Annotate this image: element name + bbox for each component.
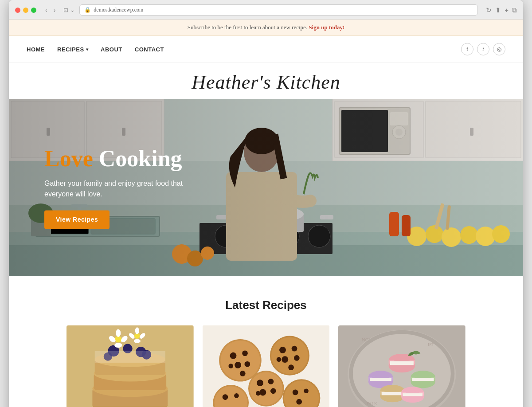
recipe-card-pancakes[interactable] xyxy=(66,325,194,407)
svg-point-72 xyxy=(116,329,121,337)
svg-point-90 xyxy=(242,350,248,356)
svg-point-102 xyxy=(288,364,294,370)
svg-point-67 xyxy=(115,336,121,343)
url-text: demos.kadencewp.com xyxy=(94,7,143,13)
svg-point-110 xyxy=(304,388,309,393)
browser-tab-controls: ⊡ ⌄ xyxy=(63,7,75,13)
browser-traffic-lights xyxy=(15,8,36,13)
svg-point-81 xyxy=(135,327,139,334)
tab-chevron[interactable]: ⌄ xyxy=(70,7,75,13)
hero-title: Love Cooking xyxy=(44,146,186,171)
hero-subtitle: Gather your family and enjoy great food … xyxy=(44,179,186,200)
site-logo: Heather's Kitchen xyxy=(9,63,523,99)
lock-icon: 🔒 xyxy=(84,7,91,13)
address-bar[interactable]: 🔒 demos.kadencewp.com xyxy=(79,4,478,16)
svg-point-100 xyxy=(294,355,300,361)
hero-content: Love Cooking Gather your family and enjo… xyxy=(44,146,186,229)
svg-text:FALK: FALK xyxy=(367,401,377,406)
svg-point-83 xyxy=(134,339,141,343)
navigation: HOME RECIPES ▾ ABOUT CONTACT f t ◎ xyxy=(9,36,523,63)
svg-point-74 xyxy=(114,343,122,348)
recipe-macarons-image: NCL IST FALK xyxy=(338,325,466,407)
svg-point-97 xyxy=(279,347,286,353)
maximize-dot[interactable] xyxy=(31,8,36,13)
svg-rect-137 xyxy=(412,378,434,381)
hero-section: Love Cooking Gather your family and enjo… xyxy=(9,99,523,276)
svg-point-91 xyxy=(235,362,241,368)
svg-point-93 xyxy=(228,364,233,368)
recipes-dropdown-icon: ▾ xyxy=(86,47,89,52)
banner-link[interactable]: Sign up today! xyxy=(309,24,344,31)
nav-links: HOME RECIPES ▾ ABOUT CONTACT xyxy=(27,46,164,53)
svg-point-94 xyxy=(240,371,246,376)
svg-point-136 xyxy=(411,376,435,388)
banner-text: Subscribe to be the first to learn about… xyxy=(188,24,307,31)
facebook-icon[interactable]: f xyxy=(461,43,473,55)
copy-button[interactable]: ⧉ xyxy=(512,6,517,14)
nav-about[interactable]: ABOUT xyxy=(101,46,122,53)
site-title: Heather's Kitchen xyxy=(192,71,340,93)
svg-rect-141 xyxy=(382,392,403,395)
svg-point-109 xyxy=(292,390,298,395)
share-button[interactable]: ⬆ xyxy=(495,6,501,14)
browser-window: ‹ › ⊡ ⌄ 🔒 demos.kadencewp.com ↻ ⬆ + ⧉ Su… xyxy=(9,0,523,407)
forward-button[interactable]: › xyxy=(52,6,58,15)
svg-point-92 xyxy=(244,361,250,367)
nav-social-icons: f t ◎ xyxy=(461,43,505,55)
new-tab-button[interactable]: + xyxy=(505,6,509,14)
minimize-dot[interactable] xyxy=(23,8,28,13)
svg-point-117 xyxy=(270,388,276,394)
twitter-icon[interactable]: t xyxy=(477,43,489,55)
nav-contact[interactable]: CONTACT xyxy=(135,46,164,53)
reload-button[interactable]: ↻ xyxy=(486,6,492,14)
svg-point-140 xyxy=(380,390,405,403)
browser-action-buttons: ↻ ⬆ + ⧉ xyxy=(486,6,517,14)
svg-point-101 xyxy=(276,357,281,362)
browser-nav-controls: ‹ › xyxy=(43,6,57,15)
site-content: Subscribe to be the first to learn about… xyxy=(9,20,523,407)
recipe-card-macarons[interactable]: NCL IST FALK xyxy=(338,325,466,407)
browser-chrome: ‹ › ⊡ ⌄ 🔒 demos.kadencewp.com ↻ ⬆ + ⧉ xyxy=(9,0,523,20)
top-banner: Subscribe to be the first to learn about… xyxy=(9,20,523,36)
svg-rect-66 xyxy=(95,351,165,363)
svg-text:NCL: NCL xyxy=(362,337,371,342)
svg-point-114 xyxy=(257,380,263,386)
svg-point-105 xyxy=(222,394,228,400)
svg-point-115 xyxy=(268,379,274,384)
svg-point-118 xyxy=(256,391,261,396)
hero-title-cooking: Cooking xyxy=(93,146,182,171)
instagram-icon[interactable]: ◎ xyxy=(493,43,505,55)
view-recipes-button[interactable]: View Recipes xyxy=(44,211,110,229)
nav-recipes[interactable]: RECIPES ▾ xyxy=(57,46,88,53)
recipe-cookies-image xyxy=(203,325,330,407)
recipes-section-title: Latest Recipes xyxy=(27,298,505,312)
svg-point-111 xyxy=(296,399,302,405)
svg-text:IST: IST xyxy=(428,342,434,347)
hero-title-love: Love xyxy=(44,146,93,171)
recipe-pancakes-image xyxy=(66,325,194,407)
svg-rect-145 xyxy=(403,393,423,396)
recipes-section: Latest Recipes xyxy=(9,276,523,407)
svg-rect-133 xyxy=(370,378,391,381)
svg-point-98 xyxy=(291,346,297,352)
svg-point-113 xyxy=(250,372,282,405)
tab-icon[interactable]: ⊡ xyxy=(63,7,68,13)
svg-point-116 xyxy=(259,389,266,396)
recipe-card-cookies[interactable] xyxy=(203,325,330,407)
svg-point-144 xyxy=(402,391,424,403)
svg-point-89 xyxy=(230,352,236,359)
recipes-grid: NCL IST FALK xyxy=(66,325,466,407)
back-button[interactable]: ‹ xyxy=(43,6,49,15)
nav-home[interactable]: HOME xyxy=(27,46,45,53)
svg-point-106 xyxy=(234,393,239,398)
close-dot[interactable] xyxy=(15,8,20,13)
svg-rect-129 xyxy=(390,361,414,365)
svg-point-99 xyxy=(282,356,288,363)
